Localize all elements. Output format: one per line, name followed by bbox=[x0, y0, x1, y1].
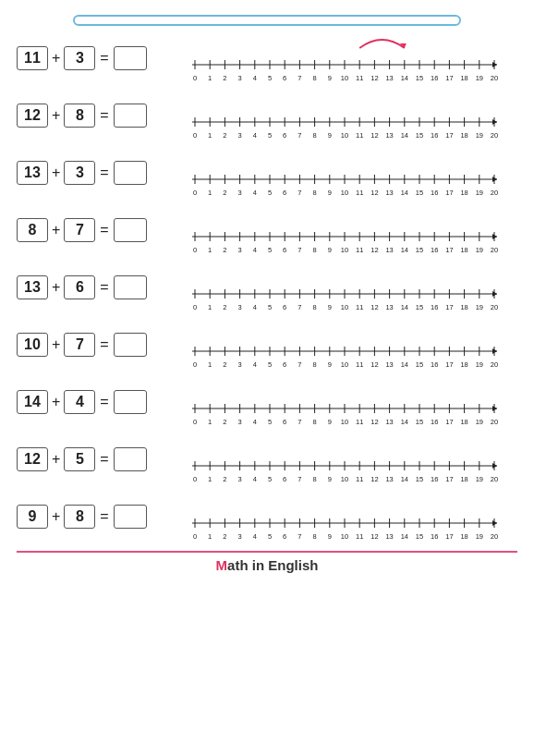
num2-box-4: 6 bbox=[64, 275, 95, 299]
svg-text:6: 6 bbox=[283, 74, 286, 81]
svg-text:2: 2 bbox=[223, 303, 226, 311]
num1-box-3: 8 bbox=[17, 218, 48, 242]
svg-text:19: 19 bbox=[476, 532, 483, 540]
svg-text:4: 4 bbox=[253, 303, 257, 311]
equation-4: 13 + 6 = bbox=[17, 275, 188, 299]
answer-box-7[interactable] bbox=[114, 447, 147, 471]
footer-m: M bbox=[216, 557, 228, 573]
svg-text:17: 17 bbox=[445, 74, 453, 81]
svg-text:20: 20 bbox=[491, 418, 498, 425]
number-line-wrap-2: 01234567891011121314151617181920 bbox=[188, 150, 517, 196]
svg-text:11: 11 bbox=[356, 189, 363, 196]
svg-text:13: 13 bbox=[385, 360, 393, 368]
problem-row-8: 9 + 8 = 01234567891011121314151617181920 bbox=[17, 494, 517, 540]
number-line-wrap-7: 01234567891011121314151617181920 bbox=[188, 436, 517, 482]
number-line-svg-5: 01234567891011121314151617181920 bbox=[188, 338, 502, 368]
num2-box-1: 8 bbox=[64, 104, 95, 128]
answer-box-5[interactable] bbox=[114, 333, 147, 357]
svg-text:11: 11 bbox=[356, 475, 363, 482]
num1-box-0: 11 bbox=[17, 46, 48, 70]
plus-0: + bbox=[52, 50, 60, 67]
number-line-svg-8: 01234567891011121314151617181920 bbox=[188, 510, 502, 540]
svg-text:17: 17 bbox=[445, 189, 453, 196]
equation-7: 12 + 5 = bbox=[17, 447, 188, 471]
svg-text:8: 8 bbox=[313, 246, 317, 253]
svg-text:8: 8 bbox=[313, 303, 317, 311]
svg-text:10: 10 bbox=[341, 360, 348, 368]
svg-text:19: 19 bbox=[476, 131, 483, 139]
answer-box-4[interactable] bbox=[114, 275, 147, 299]
svg-text:14: 14 bbox=[401, 475, 408, 482]
svg-text:13: 13 bbox=[385, 189, 393, 196]
svg-text:18: 18 bbox=[460, 475, 467, 482]
svg-text:8: 8 bbox=[313, 131, 317, 139]
num2-box-8: 8 bbox=[64, 505, 95, 529]
svg-text:10: 10 bbox=[341, 303, 348, 311]
number-line-wrap-8: 01234567891011121314151617181920 bbox=[188, 494, 517, 540]
svg-text:9: 9 bbox=[328, 246, 332, 253]
svg-text:18: 18 bbox=[460, 131, 467, 139]
svg-text:18: 18 bbox=[460, 189, 467, 196]
svg-text:0: 0 bbox=[193, 532, 197, 540]
equals-5: = bbox=[100, 336, 108, 353]
svg-text:3: 3 bbox=[238, 303, 242, 311]
number-line-svg-4: 01234567891011121314151617181920 bbox=[188, 281, 502, 311]
number-line-svg-1: 01234567891011121314151617181920 bbox=[188, 109, 502, 139]
svg-text:4: 4 bbox=[253, 532, 257, 540]
svg-text:6: 6 bbox=[283, 246, 286, 253]
svg-text:17: 17 bbox=[445, 303, 453, 311]
svg-text:16: 16 bbox=[431, 360, 438, 368]
svg-text:1: 1 bbox=[208, 74, 212, 81]
svg-text:11: 11 bbox=[356, 246, 363, 253]
number-line-wrap-1: 01234567891011121314151617181920 bbox=[188, 92, 517, 139]
svg-text:19: 19 bbox=[476, 418, 483, 425]
answer-box-2[interactable] bbox=[114, 161, 147, 185]
svg-text:2: 2 bbox=[223, 532, 226, 540]
svg-text:13: 13 bbox=[385, 532, 393, 540]
svg-text:20: 20 bbox=[491, 74, 498, 81]
svg-text:13: 13 bbox=[385, 418, 393, 425]
equals-3: = bbox=[100, 222, 108, 238]
problem-row-4: 13 + 6 = 0123456789101112131415161718192… bbox=[17, 264, 517, 311]
svg-text:13: 13 bbox=[385, 475, 393, 482]
svg-text:0: 0 bbox=[193, 74, 197, 81]
answer-box-8[interactable] bbox=[114, 505, 147, 529]
svg-text:15: 15 bbox=[416, 532, 423, 540]
svg-text:16: 16 bbox=[431, 131, 438, 139]
svg-text:8: 8 bbox=[313, 532, 317, 540]
svg-text:20: 20 bbox=[491, 131, 498, 139]
svg-text:19: 19 bbox=[476, 74, 483, 81]
svg-text:7: 7 bbox=[297, 475, 301, 482]
svg-text:3: 3 bbox=[238, 246, 242, 253]
svg-text:11: 11 bbox=[356, 131, 363, 139]
svg-text:10: 10 bbox=[341, 418, 348, 425]
svg-text:4: 4 bbox=[253, 475, 257, 482]
num1-box-1: 12 bbox=[17, 104, 48, 128]
svg-text:13: 13 bbox=[385, 74, 393, 81]
svg-text:9: 9 bbox=[328, 303, 332, 311]
answer-box-0[interactable] bbox=[114, 46, 147, 70]
svg-text:17: 17 bbox=[445, 418, 453, 425]
svg-text:1: 1 bbox=[208, 189, 212, 196]
answer-box-3[interactable] bbox=[114, 218, 147, 242]
svg-text:11: 11 bbox=[356, 74, 363, 81]
plus-4: + bbox=[52, 279, 60, 296]
svg-text:15: 15 bbox=[416, 131, 423, 139]
svg-text:7: 7 bbox=[297, 532, 301, 540]
equation-0: 11 + 3 = bbox=[17, 46, 188, 70]
svg-text:2: 2 bbox=[223, 131, 226, 139]
svg-text:5: 5 bbox=[268, 418, 272, 425]
svg-text:14: 14 bbox=[401, 74, 408, 81]
answer-box-6[interactable] bbox=[114, 390, 147, 414]
num1-box-2: 13 bbox=[17, 161, 48, 185]
answer-box-1[interactable] bbox=[114, 104, 147, 128]
equation-3: 8 + 7 = bbox=[17, 218, 188, 242]
svg-text:10: 10 bbox=[341, 475, 348, 482]
svg-text:9: 9 bbox=[328, 74, 332, 81]
svg-text:5: 5 bbox=[268, 475, 272, 482]
svg-text:5: 5 bbox=[268, 189, 272, 196]
svg-text:0: 0 bbox=[193, 246, 197, 253]
svg-text:20: 20 bbox=[491, 360, 498, 368]
svg-text:12: 12 bbox=[370, 475, 378, 482]
num2-box-6: 4 bbox=[64, 390, 95, 414]
